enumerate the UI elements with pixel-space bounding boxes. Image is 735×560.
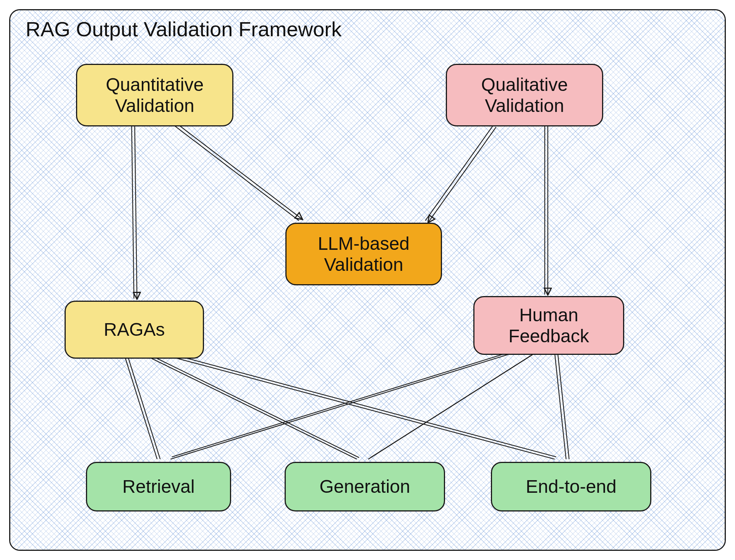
node-llm-based-validation: LLM-based Validation: [285, 223, 442, 285]
node-quantitative-validation: Quantitative Validation: [76, 64, 233, 126]
node-ragas: RAGAs: [65, 301, 204, 359]
diagram-title: RAG Output Validation Framework: [26, 17, 342, 41]
node-human-feedback: Human Feedback: [473, 296, 624, 355]
diagram-frame: RAG Output Validation Framework: [9, 9, 726, 551]
node-qualitative-validation: Qualitative Validation: [446, 64, 603, 126]
node-retrieval: Retrieval: [86, 462, 231, 511]
diagram-canvas: RAG Output Validation Framework: [0, 0, 735, 560]
node-generation: Generation: [285, 462, 445, 511]
node-end-to-end: End-to-end: [491, 462, 651, 511]
